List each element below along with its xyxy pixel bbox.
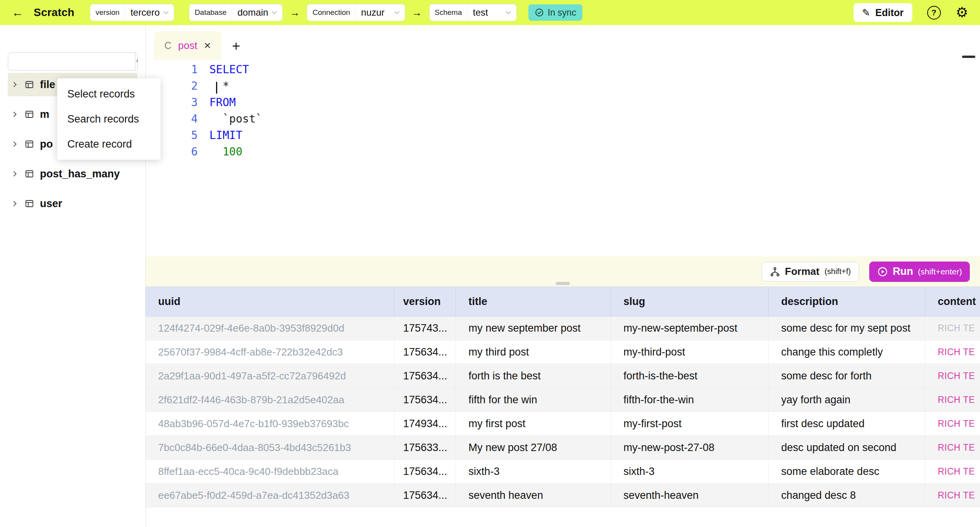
- code-line: 1 SELECT: [146, 61, 980, 78]
- gear-icon[interactable]: ⚙: [956, 4, 968, 21]
- column-header-title[interactable]: title: [456, 287, 611, 316]
- connection-select[interactable]: Connection nuzur: [307, 4, 405, 21]
- check-circle-icon: [535, 8, 544, 17]
- chevron-right-icon[interactable]: [11, 170, 19, 178]
- column-header-version[interactable]: version: [395, 287, 456, 316]
- cell-version: 174934...: [395, 412, 456, 435]
- cell-description: first desc updated: [769, 412, 925, 435]
- tab-label: post: [178, 40, 197, 52]
- cell-version: 175633...: [395, 436, 456, 459]
- cell-slug: fifth-for-the-win: [611, 388, 769, 411]
- search-input[interactable]: [8, 53, 135, 70]
- cell-version: 175634...: [395, 364, 456, 388]
- table-row[interactable]: ee67abe5-f0d2-459d-a7ea-dc41352d3a63 175…: [146, 484, 980, 507]
- cell-version: 175743...: [395, 316, 456, 340]
- search-button[interactable]: [135, 53, 138, 70]
- cell-version: 175634...: [395, 340, 456, 364]
- app-title: Scratch: [34, 6, 74, 19]
- code-text: LIMIT: [209, 129, 242, 142]
- code-line: 6 100: [146, 143, 980, 160]
- cell-version: 175634...: [395, 460, 456, 483]
- table-row[interactable]: 7bc0c84b-66e0-4daa-8053-4bd43c5261b3 175…: [146, 436, 980, 460]
- chevron-right-icon[interactable]: [11, 200, 19, 208]
- table-row[interactable]: 124f4274-029f-4e6e-8a0b-3953f8929d0d 175…: [146, 316, 980, 340]
- cell-content: RICH TE: [925, 484, 980, 507]
- column-header-uuid[interactable]: uuid: [146, 287, 395, 316]
- table-row[interactable]: 2a29f1aa-90d1-497a-a5f2-cc72a796492d 175…: [146, 364, 980, 388]
- text-cursor: [216, 82, 217, 94]
- database-label: Database: [189, 4, 232, 21]
- schema-select[interactable]: Schema test: [429, 4, 517, 21]
- scrollbar-thumb[interactable]: [962, 56, 975, 58]
- cell-uuid: 7bc0c84b-66e0-4daa-8053-4bd43c5261b3: [146, 436, 395, 459]
- column-header-slug[interactable]: slug: [611, 287, 769, 316]
- cell-title: sixth-3: [456, 460, 611, 483]
- table-row[interactable]: 8ffef1aa-ecc5-40ca-9c40-f9debbb23aca 175…: [146, 460, 980, 484]
- cell-version: 175634...: [395, 484, 456, 507]
- run-shortcut: (shift+enter): [918, 267, 962, 276]
- connection-label: Connection: [307, 4, 355, 21]
- code-line: 2 *: [146, 78, 980, 94]
- table-icon: [25, 169, 34, 179]
- menu-item-create-record[interactable]: Create record: [57, 132, 160, 157]
- tab-post[interactable]: C post ×: [154, 31, 221, 60]
- pencil-icon: ✎: [862, 7, 870, 18]
- cell-slug: seventh-heaven: [611, 484, 769, 507]
- code-line: 3 FROM: [146, 94, 980, 110]
- chevron-down-icon: [505, 11, 512, 14]
- search-icon: [135, 57, 138, 66]
- cell-title: forth is the best: [456, 364, 611, 388]
- schema-value: test: [467, 7, 504, 18]
- table-row[interactable]: 48ab3b96-057d-4e7c-b1f0-939eb37693bc 174…: [146, 412, 980, 436]
- code-text: SELECT: [209, 63, 249, 76]
- cell-title: my first post: [456, 412, 611, 435]
- table-row[interactable]: 2f621df2-f446-463b-879b-21a2d5e402aa 175…: [146, 388, 980, 412]
- cell-slug: my-new-post-27-08: [611, 436, 769, 459]
- cell-uuid: 48ab3b96-057d-4e7c-b1f0-939eb37693bc: [146, 412, 395, 435]
- chevron-right-icon[interactable]: [11, 140, 19, 148]
- sync-status-badge: In sync: [528, 4, 582, 21]
- flow-arrow-icon: →: [290, 7, 300, 19]
- help-icon[interactable]: ?: [927, 6, 941, 20]
- menu-item-select-records[interactable]: Select records: [57, 81, 160, 106]
- sidebar-item-user[interactable]: user: [8, 192, 137, 215]
- cell-uuid: 25670f37-9984-4cff-ab8e-722b32e42dc3: [146, 340, 395, 364]
- chevron-right-icon[interactable]: [11, 110, 19, 118]
- format-button[interactable]: Format (shift+f): [762, 262, 859, 282]
- code-line: 4 `post`: [146, 110, 980, 127]
- run-button[interactable]: Run (shift+enter): [869, 262, 970, 282]
- cell-uuid: 2f621df2-f446-463b-879b-21a2d5e402aa: [146, 388, 395, 411]
- sidebar-item-label: m: [40, 108, 49, 121]
- cell-description: some desc for my sept post: [769, 316, 925, 340]
- menu-item-search-records[interactable]: Search records: [57, 106, 160, 132]
- sync-status-label: In sync: [548, 7, 576, 18]
- grid-header-row: uuid version title slug description cont…: [146, 287, 980, 316]
- cell-content: RICH TE: [925, 412, 980, 435]
- cell-uuid: 2a29f1aa-90d1-497a-a5f2-cc72a796492d: [146, 364, 395, 388]
- format-shortcut: (shift+f): [825, 267, 851, 276]
- sql-editor[interactable]: 1 SELECT 2 * 3 FROM 4 `post` 5 LIM: [146, 60, 980, 256]
- cell-content: RICH TE: [925, 340, 980, 364]
- back-arrow-icon[interactable]: ←: [12, 6, 23, 19]
- cell-uuid: 8ffef1aa-ecc5-40ca-9c40-f9debbb23aca: [146, 460, 395, 483]
- version-value: tercero: [125, 7, 162, 18]
- add-tab-button[interactable]: +: [232, 39, 240, 53]
- resize-grip[interactable]: [556, 282, 570, 285]
- cell-content: RICH TE: [925, 436, 980, 459]
- column-header-description[interactable]: description: [769, 287, 925, 316]
- editor-button-label: Editor: [876, 7, 904, 18]
- database-select[interactable]: Database domain: [189, 4, 283, 21]
- cell-slug: forth-is-the-best: [611, 364, 769, 388]
- chevron-right-icon[interactable]: [11, 81, 19, 88]
- close-icon[interactable]: ×: [204, 40, 211, 51]
- cell-content: RICH TE: [925, 316, 980, 340]
- editor-button[interactable]: ✎ Editor: [854, 3, 912, 22]
- results-grid: uuid version title slug description cont…: [146, 287, 980, 507]
- column-header-content[interactable]: content: [925, 287, 980, 316]
- cell-description: desc updated on second: [769, 436, 925, 459]
- table-icon: [25, 139, 34, 149]
- cell-content: RICH TE: [925, 460, 980, 483]
- table-row[interactable]: 25670f37-9984-4cff-ab8e-722b32e42dc3 175…: [146, 340, 980, 364]
- sidebar-item-post-has-many[interactable]: post_has_many: [8, 162, 137, 186]
- version-select[interactable]: version tercero: [90, 4, 174, 21]
